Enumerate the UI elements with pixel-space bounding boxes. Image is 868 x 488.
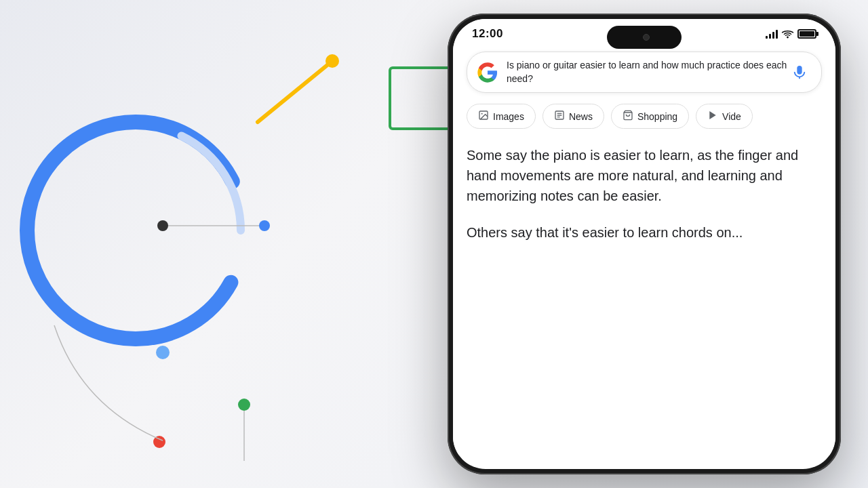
search-bar[interactable]: Is piano or guitar easier to learn and h… — [467, 52, 822, 93]
chip-images[interactable]: Images — [467, 104, 536, 129]
svg-marker-25 — [709, 111, 715, 119]
answer-section: Some say the piano is easier to learn, a… — [467, 142, 822, 245]
wifi-icon — [782, 29, 793, 39]
front-camera — [643, 34, 650, 41]
phone-mockup: 12:00 — [420, 7, 868, 481]
chip-images-label: Images — [493, 111, 524, 122]
video-chip-icon — [707, 110, 718, 123]
status-icons — [766, 29, 816, 39]
chip-news[interactable]: News — [542, 104, 604, 129]
chip-videos-label: Vide — [722, 111, 741, 122]
battery-icon — [797, 29, 816, 39]
phone-screen: 12:00 — [453, 19, 835, 469]
images-chip-icon — [478, 110, 489, 123]
google-g-logo — [477, 62, 498, 83]
status-time: 12:00 — [472, 27, 503, 41]
chip-news-label: News — [569, 111, 593, 122]
phone-content: Is piano or guitar easier to learn and h… — [453, 46, 835, 455]
search-query-text: Is piano or guitar easier to learn and h… — [507, 59, 787, 85]
filter-chips: Images News — [467, 104, 822, 129]
answer-paragraph-2: Others say that it's easier to learn cho… — [467, 222, 822, 243]
status-bar: 12:00 — [453, 19, 835, 46]
microphone-icon[interactable] — [787, 60, 812, 85]
shopping-chip-icon — [623, 110, 633, 123]
svg-point-19 — [481, 113, 483, 115]
dynamic-island — [607, 26, 682, 49]
google-logo — [477, 62, 498, 83]
chip-shopping[interactable]: Shopping — [611, 104, 689, 129]
chip-shopping-label: Shopping — [637, 111, 677, 122]
phone-frame: 12:00 — [448, 14, 841, 474]
signal-icon — [766, 29, 778, 39]
chip-videos[interactable]: Vide — [696, 104, 753, 129]
news-chip-icon — [554, 110, 565, 123]
answer-paragraph-1: Some say the piano is easier to learn, a… — [467, 145, 822, 206]
